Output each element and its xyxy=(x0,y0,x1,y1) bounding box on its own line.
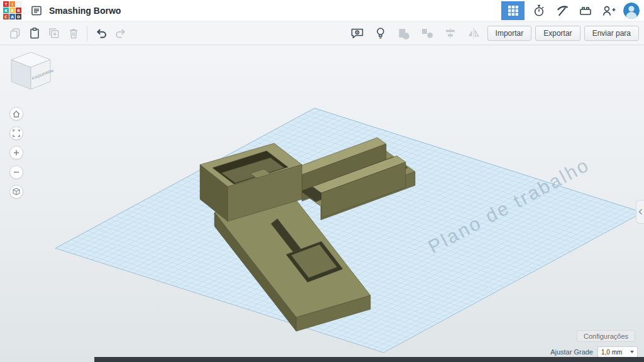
design-title: Smashing Borwo xyxy=(49,6,121,16)
redo-icon[interactable] xyxy=(111,24,130,43)
logo-tile: I xyxy=(9,1,15,7)
user-avatar[interactable] xyxy=(623,3,640,19)
logo-tile: D xyxy=(16,14,21,19)
zoom-out-icon[interactable] xyxy=(9,165,23,179)
snap-grid-label: Ajustar Grade xyxy=(550,348,593,356)
workplane[interactable]: Plano de trabalho xyxy=(55,108,643,353)
notes-icon[interactable] xyxy=(348,24,367,43)
home-icon[interactable] xyxy=(9,107,23,121)
toolbar-right: Importar Exportar Enviar para xyxy=(348,24,639,43)
tinkercad-logo[interactable]: T I N K E R C A D xyxy=(3,1,21,19)
3d-canvas[interactable]: Plano de trabalho xyxy=(0,45,644,362)
send-to-button[interactable]: Enviar para xyxy=(584,26,639,41)
group-icon[interactable] xyxy=(394,24,414,43)
logo-tile: A xyxy=(9,14,15,19)
mirror-icon[interactable] xyxy=(464,24,484,43)
add-person-icon[interactable] xyxy=(600,2,618,19)
delete-icon[interactable] xyxy=(64,24,83,43)
snap-grid-value: 1,0 mm xyxy=(601,349,622,356)
logo-tile: E xyxy=(9,8,15,13)
import-button[interactable]: Importar xyxy=(487,26,532,41)
3d-viewport[interactable]: Plano de trabalho xyxy=(0,45,644,362)
pickaxe-icon[interactable] xyxy=(553,2,571,19)
view-nav-column xyxy=(9,107,23,199)
stopwatch-icon[interactable] xyxy=(530,2,548,19)
bottom-edge-strip xyxy=(94,357,644,362)
snap-grid-row: Ajustar Grade 1,0 mm xyxy=(550,346,638,358)
view-cube[interactable]: ESQUERDA xyxy=(8,50,53,97)
undo-icon[interactable] xyxy=(91,24,111,43)
duplicate-icon[interactable] xyxy=(44,24,64,43)
chevron-down-icon xyxy=(630,351,634,353)
brick-icon[interactable] xyxy=(577,2,594,19)
panel-collapse-tab[interactable] xyxy=(636,200,644,224)
copy-icon[interactable] xyxy=(5,24,25,43)
ortho-view-icon[interactable] xyxy=(9,185,23,199)
design-properties-icon[interactable] xyxy=(28,2,45,19)
align-icon[interactable] xyxy=(441,24,460,43)
logo-tile: T xyxy=(3,1,9,7)
logo-tile: K xyxy=(3,8,9,13)
grid-view-icon[interactable] xyxy=(501,1,525,20)
export-button[interactable]: Exportar xyxy=(535,26,580,41)
app-header: T I N K E R C A D Smashing Borwo xyxy=(0,0,644,21)
edit-toolbar: Importar Exportar Enviar para xyxy=(0,21,644,45)
paste-icon[interactable] xyxy=(25,24,44,43)
logo-tile: R xyxy=(16,8,21,13)
toolbar-separator xyxy=(87,26,87,41)
zoom-in-icon[interactable] xyxy=(9,146,23,160)
show-hidden-icon[interactable] xyxy=(371,24,391,43)
settings-button[interactable]: Configurações xyxy=(577,330,635,342)
header-actions xyxy=(501,1,644,20)
logo-tile: N xyxy=(16,1,21,7)
fit-view-icon[interactable] xyxy=(9,126,23,140)
logo-tile: C xyxy=(3,14,9,19)
ungroup-icon[interactable] xyxy=(418,24,437,43)
snap-grid-select[interactable]: 1,0 mm xyxy=(597,346,638,358)
